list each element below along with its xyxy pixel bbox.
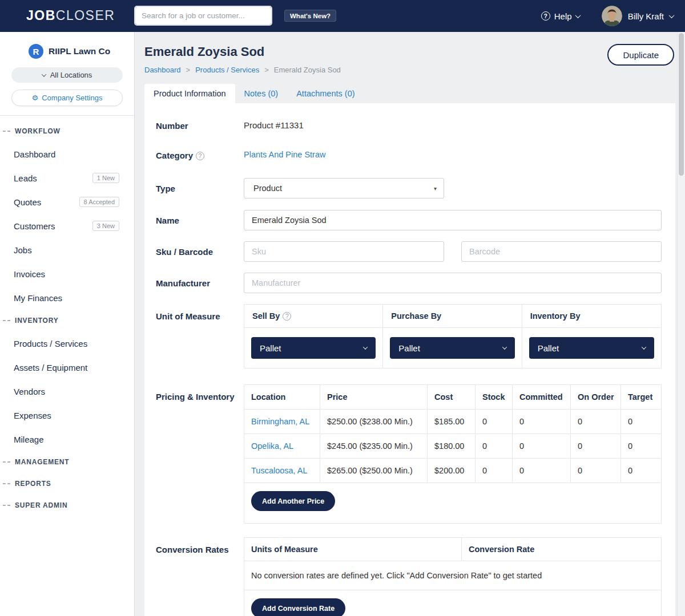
conversion-col-units-of-measure: Units of Measure	[244, 538, 462, 561]
inventory-by-select[interactable]: Pallet	[529, 337, 654, 359]
add-conversion-rate-button[interactable]: Add Conversion Rate	[251, 598, 345, 616]
form-row-conversion-rates: Conversion Rates Units of MeasureConvers…	[156, 537, 662, 616]
add-another-price-button[interactable]: Add Another Price	[251, 491, 335, 511]
form-row-type: Type Product ▾	[156, 178, 662, 198]
conversion-rates-label: Conversion Rates	[156, 537, 244, 555]
pricing-row: Birmingham, AL$250.00 ($238.00 Min.)$185…	[244, 410, 662, 434]
sidebar-item-invoices[interactable]: Invoices	[0, 262, 134, 286]
manufacturer-input[interactable]	[244, 273, 662, 293]
sidebar-item-jobs[interactable]: Jobs	[0, 238, 134, 262]
uom-cell-purchase-by: Pallet	[383, 328, 522, 368]
pricing-cell: $200.00	[428, 459, 476, 483]
chevron-down-icon	[575, 13, 581, 18]
sku-input[interactable]	[244, 241, 444, 262]
breadcrumb-dashboard[interactable]: Dashboard	[144, 66, 181, 74]
logo-text-light: CLOSER	[56, 8, 115, 23]
sidebar-section-reports[interactable]: REPORTS	[0, 473, 134, 495]
sidebar-item-leads[interactable]: Leads1 New	[0, 166, 134, 190]
pricing-cell: 0	[571, 410, 621, 434]
company-logo: R	[29, 44, 43, 59]
scrollbar[interactable]	[677, 32, 685, 616]
number-value: Product #11331	[244, 120, 662, 130]
breadcrumb-products-services[interactable]: Products / Services	[195, 66, 259, 74]
search-input[interactable]	[135, 7, 271, 25]
dash-icon	[3, 461, 10, 463]
sidebar-item-label: Customers	[14, 221, 55, 231]
sidebar-item-label: Quotes	[14, 197, 41, 207]
dash-icon	[3, 131, 10, 132]
sidebar-item-vendors[interactable]: Vendors	[0, 379, 134, 403]
locations-dropdown[interactable]: All Locations	[11, 67, 123, 83]
help-icon: ?	[541, 11, 550, 21]
status-badge: 1 New	[92, 173, 119, 183]
help-icon[interactable]: ?	[283, 312, 291, 321]
pricing-cell: 0	[513, 434, 571, 459]
conversion-col-conversion-rate: Conversion Rate	[462, 538, 661, 561]
sidebar-item-quotes[interactable]: Quotes8 Accepted	[0, 190, 134, 214]
name-input[interactable]	[244, 210, 662, 230]
sidebar-item-assets-equipment[interactable]: Assets / Equipment	[0, 355, 134, 379]
whats-new-button[interactable]: What's New?	[284, 10, 336, 22]
tab-attachments-0[interactable]: Attachments (0)	[287, 84, 364, 103]
company-settings-button[interactable]: ⚙ Company Settings	[11, 90, 123, 106]
logo-text-bold: JOB	[26, 8, 56, 23]
chevron-down-icon	[41, 72, 46, 76]
type-select[interactable]: Product ▾	[244, 178, 444, 198]
sidebar-item-products-services[interactable]: Products / Services	[0, 331, 134, 355]
help-menu[interactable]: ? Help	[541, 11, 580, 21]
sidebar-section-management[interactable]: MANAGEMENT	[0, 451, 134, 473]
uom-cell-sell-by: Pallet	[244, 328, 383, 368]
breadcrumb: Dashboard>Products / Services>Emerald Zo…	[144, 66, 666, 74]
sidebar-item-mileage[interactable]: Mileage	[0, 427, 134, 451]
chevron-down-icon	[642, 345, 646, 349]
dash-icon	[3, 483, 10, 484]
type-label: Type	[156, 183, 244, 194]
barcode-input[interactable]	[461, 241, 662, 262]
sell-by-select[interactable]: Pallet	[251, 337, 376, 359]
tab-notes-0[interactable]: Notes (0)	[235, 84, 288, 103]
topbar-right-group: ? Help Billy Kraft	[541, 0, 674, 32]
uom-cell-inventory-by: Pallet	[522, 328, 661, 368]
sidebar-section-workflow[interactable]: WORKFLOW	[0, 120, 134, 142]
uom-column-sell-by: Sell By?	[244, 305, 383, 328]
user-menu[interactable]: Billy Kraft	[602, 6, 674, 26]
pricing-row: Tuscaloosa, AL$265.00 ($250.00 Min.)$200…	[244, 459, 662, 483]
location-link[interactable]: Opelika, AL	[251, 441, 293, 451]
chevron-down-icon	[363, 345, 368, 349]
pricing-col-price: Price	[320, 385, 428, 410]
pricing-cell: 0	[571, 434, 621, 459]
sidebar-section-inventory[interactable]: INVENTORY	[0, 310, 134, 331]
dash-icon	[3, 505, 10, 506]
sidebar-item-label: Invoices	[14, 269, 45, 279]
category-link[interactable]: Plants And Pine Straw	[244, 150, 662, 159]
pricing-cell: 0	[476, 434, 513, 459]
form-row-pricing-inventory: Pricing & Inventory LocationPriceCostSto…	[156, 384, 662, 524]
select-value: Pallet	[538, 343, 559, 353]
app-logo[interactable]: JOBCLOSER	[26, 8, 115, 23]
pricing-inventory-label: Pricing & Inventory	[156, 384, 244, 402]
form-row-name: Name	[156, 210, 662, 230]
sidebar-item-label: My Finances	[14, 293, 62, 303]
settings-label: Company Settings	[42, 94, 102, 102]
pricing-cell: 0	[621, 459, 662, 483]
help-icon[interactable]: ?	[196, 152, 204, 160]
unit-of-measure-label: Unit of Measure	[156, 304, 244, 322]
purchase-by-select[interactable]: Pallet	[390, 337, 514, 359]
pricing-col-location: Location	[244, 385, 320, 410]
scrollbar-thumb[interactable]	[679, 33, 684, 176]
sidebar-item-my-finances[interactable]: My Finances	[0, 286, 134, 310]
uom-column-purchase-by: Purchase By	[383, 305, 522, 328]
tab-product-information[interactable]: Product Information	[144, 84, 235, 103]
unit-of-measure-table: Sell By?Purchase ByInventory ByPalletPal…	[244, 304, 662, 368]
location-link[interactable]: Birmingham, AL	[251, 417, 309, 426]
sidebar-item-expenses[interactable]: Expenses	[0, 403, 134, 427]
location-link[interactable]: Tuscaloosa, AL	[251, 466, 308, 475]
sidebar-item-customers[interactable]: Customers3 New	[0, 214, 134, 238]
breadcrumb-separator: >	[264, 66, 269, 74]
sidebar-item-label: Assets / Equipment	[14, 363, 87, 372]
form-row-number: Number Product #11331	[156, 120, 662, 131]
duplicate-button[interactable]: Duplicate	[607, 44, 674, 66]
sidebar-section-super-admin[interactable]: SUPER ADMIN	[0, 495, 134, 516]
pricing-cell: $250.00 ($238.00 Min.)	[320, 410, 428, 434]
sidebar-item-dashboard[interactable]: Dashboard	[0, 142, 134, 166]
